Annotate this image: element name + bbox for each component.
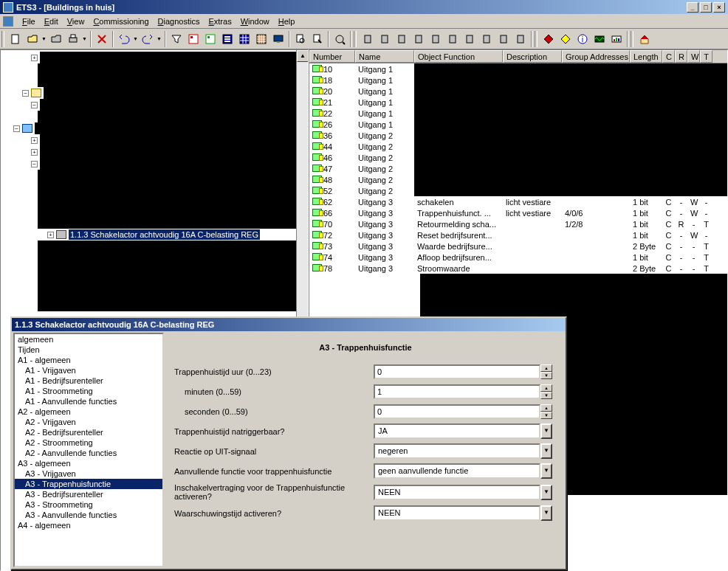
grid-button[interactable]: [236, 31, 253, 47]
combo-dropdown-icon[interactable]: ▼: [540, 505, 552, 521]
nav-tijden[interactable]: Tijden: [15, 345, 162, 355]
spin-down-icon[interactable]: ▼: [540, 372, 552, 379]
spin-down-icon[interactable]: ▼: [540, 392, 552, 399]
dl8-button[interactable]: [478, 31, 495, 47]
dl5-button[interactable]: [427, 31, 444, 47]
print-dropdown-icon[interactable]: ▼: [82, 36, 88, 41]
dl2-button[interactable]: [377, 31, 393, 47]
grid-row[interactable]: 74Uitgang 3Afloop bedrijfsuren...1 bitC-…: [309, 252, 727, 263]
undo-button[interactable]: [116, 31, 132, 47]
column-r[interactable]: R: [675, 50, 687, 63]
redo-button[interactable]: [140, 31, 156, 47]
param-spin-input[interactable]: [374, 404, 540, 419]
combo-dropdown-icon[interactable]: ▼: [540, 443, 552, 459]
nav-a3-algemeen[interactable]: A3 - algemeen: [15, 458, 162, 468]
combo-dropdown-icon[interactable]: ▼: [540, 463, 552, 479]
info-button[interactable]: i: [574, 31, 591, 47]
tree-collapse-box[interactable]: −: [13, 125, 20, 132]
nav-a3-vrijgaven[interactable]: A3 - Vrijgaven: [15, 468, 162, 479]
find-button[interactable]: [292, 31, 309, 47]
replace-button[interactable]: [309, 31, 326, 47]
tree-expand-box[interactable]: +: [31, 149, 38, 156]
flag-yellow-button[interactable]: [557, 31, 574, 47]
view3-button[interactable]: [219, 31, 236, 47]
dl10-button[interactable]: [512, 31, 529, 47]
delete-button[interactable]: [94, 31, 110, 47]
goto-button[interactable]: [332, 31, 348, 47]
param-combo[interactable]: negeren: [374, 443, 540, 459]
grid-row[interactable]: 46Uitgang 2: [309, 152, 727, 163]
nav-a3-aanvullende-functies[interactable]: A3 - Aanvullende functies: [15, 510, 162, 520]
param-combo[interactable]: JA: [374, 423, 540, 439]
menu-file[interactable]: File: [18, 15, 40, 27]
dl7-button[interactable]: [461, 31, 478, 47]
column-w[interactable]: W: [687, 50, 700, 63]
grid-row[interactable]: 78Uitgang 3Stroomwaarde2 ByteC--T: [309, 263, 727, 274]
tree-selected-device[interactable]: 1.1.3 Schakelactor achtvoudig 16A C-bela…: [69, 229, 260, 240]
menu-window[interactable]: Window: [236, 15, 274, 27]
spin-up-icon[interactable]: ▲: [540, 404, 552, 412]
column-c[interactable]: C: [662, 50, 675, 63]
column-object-function[interactable]: Object Function: [414, 50, 503, 63]
grid-row[interactable]: 66Uitgang 3Trappenhuisfunct. ...licht ve…: [309, 207, 727, 218]
nav-a3-stroommeting[interactable]: A3 - Stroommeting: [15, 499, 162, 510]
spin-up-icon[interactable]: ▲: [540, 384, 552, 392]
nav-a2-algemeen[interactable]: A2 - algemeen: [15, 406, 162, 417]
column-name[interactable]: Name: [355, 50, 414, 63]
dl6-button[interactable]: [444, 31, 461, 47]
nav-a2-stroommeting[interactable]: A2 - Stroommeting: [15, 437, 162, 448]
column-group-addresses[interactable]: Group Addresses: [562, 50, 630, 63]
column-number[interactable]: Number: [309, 50, 355, 63]
menu-extras[interactable]: Extras: [204, 15, 236, 27]
nav-a1-stroommeting[interactable]: A1 - Stroommeting: [15, 386, 162, 396]
home-button[interactable]: [636, 31, 653, 47]
close-doc-button[interactable]: [48, 31, 64, 47]
grid-row[interactable]: 22Uitgang 1: [309, 108, 727, 119]
tree-expand-box[interactable]: +: [47, 232, 54, 238]
nav-a3-trappenhuisfunctie[interactable]: A3 - Trappenhuisfunctie: [15, 479, 162, 489]
dl3-button[interactable]: [394, 31, 410, 47]
menu-help[interactable]: Help: [274, 15, 300, 27]
param-combo[interactable]: NEEN: [374, 485, 540, 500]
param-combo[interactable]: NEEN: [374, 505, 540, 521]
grid-row[interactable]: 62Uitgang 3schakelenlicht vestiare1 bitC…: [309, 196, 727, 207]
chart-button[interactable]: [608, 31, 625, 47]
combo-dropdown-icon[interactable]: ▼: [540, 423, 552, 439]
nav-a2-aanvullende-functies[interactable]: A2 - Aanvullende functies: [15, 448, 162, 458]
view1-button[interactable]: [185, 31, 202, 47]
grid-row[interactable]: 44Uitgang 2: [309, 141, 727, 152]
param-combo[interactable]: geen aanvullende functie: [374, 463, 540, 479]
grid-row[interactable]: 20Uitgang 1: [309, 86, 727, 97]
tree-collapse-box[interactable]: −: [31, 102, 38, 108]
grid-row[interactable]: 48Uitgang 2: [309, 174, 727, 185]
view2-button[interactable]: [202, 31, 219, 47]
flag-red-button[interactable]: [540, 31, 557, 47]
nav-a2-bedrijfsurenteller[interactable]: A2 - Bedrijfsurenteller: [15, 427, 162, 437]
print-button[interactable]: [65, 31, 81, 47]
minimize-button[interactable]: _: [687, 2, 698, 13]
nav-algemeen[interactable]: algemeen: [15, 334, 162, 345]
new-button[interactable]: [7, 31, 24, 47]
column-description[interactable]: Description: [503, 50, 562, 63]
nav-a1-vrijgaven[interactable]: A1 - Vrijgaven: [15, 365, 162, 376]
menu-edit[interactable]: Edit: [40, 15, 63, 27]
open-dropdown-icon[interactable]: ▼: [41, 36, 47, 41]
scroll-up-icon[interactable]: ▲: [297, 50, 309, 62]
open-button[interactable]: [24, 31, 41, 47]
grid-row[interactable]: 26Uitgang 1: [309, 119, 727, 130]
spin-down-icon[interactable]: ▼: [540, 412, 552, 419]
grid-row[interactable]: 52Uitgang 2: [309, 185, 727, 196]
param-spin-input[interactable]: [374, 384, 540, 399]
monitor-button[interactable]: [270, 31, 286, 47]
grid-row[interactable]: 10Uitgang 1: [309, 63, 727, 75]
grid-row[interactable]: 72Uitgang 3Reset bedrijfsurent...1 bitC-…: [309, 229, 727, 240]
tree-collapse-box[interactable]: −: [31, 161, 38, 167]
nav-a1-algemeen[interactable]: A1 - algemeen: [15, 355, 162, 365]
nav-a1-aanvullende-functies[interactable]: A1 - Aanvullende functies: [15, 396, 162, 406]
nav-a2-vrijgaven[interactable]: A2 - Vrijgaven: [15, 417, 162, 427]
nav-a1-bedrijfsurenteller[interactable]: A1 - Bedrijfsurenteller: [15, 376, 162, 386]
grid-row[interactable]: 70Uitgang 3Retourmelding scha...1/2/81 b…: [309, 218, 727, 229]
column-length[interactable]: Length: [630, 50, 662, 63]
filter-button[interactable]: [168, 31, 185, 47]
grid-row[interactable]: 21Uitgang 1: [309, 97, 727, 108]
